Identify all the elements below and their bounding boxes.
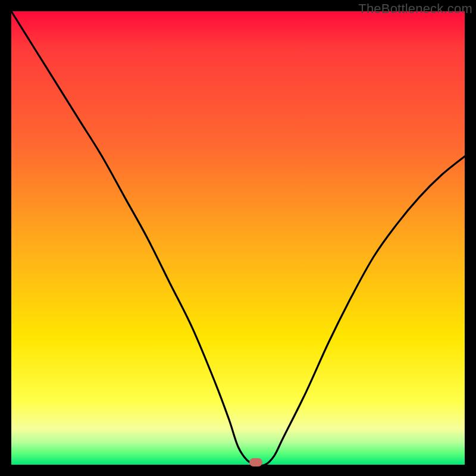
optimal-point-marker: [249, 458, 262, 466]
chart-frame: TheBottleneck.com: [0, 0, 476, 476]
bottleneck-curve: [11, 11, 465, 465]
watermark-text: TheBottleneck.com: [358, 1, 472, 17]
plot-area: [11, 11, 465, 465]
